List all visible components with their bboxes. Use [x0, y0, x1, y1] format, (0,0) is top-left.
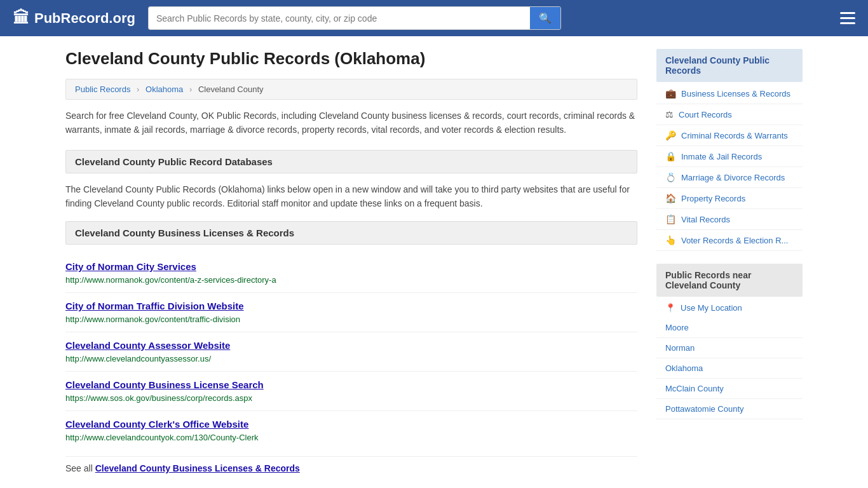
sidebar-record-label: Vital Records [681, 215, 730, 224]
sidebar-record-link[interactable]: 🔒 Inmate & Jail Records [656, 146, 803, 167]
sidebar-record-icon: 👆 [665, 235, 676, 245]
sidebar: Cleveland County Public Records 💼 Busine… [656, 49, 803, 480]
sidebar-record-label: Inmate & Jail Records [681, 152, 762, 161]
sidebar-nearby-list: MooreNormanOklahomaMcClain CountyPottawa… [656, 318, 803, 419]
see-all-label: See all [65, 463, 93, 473]
sidebar-record-link[interactable]: 💼 Business Licenses & Records [656, 83, 803, 104]
sidebar-record-label: Court Records [679, 110, 732, 119]
intro-text: Search for free Cleveland County, OK Pub… [65, 109, 637, 137]
record-title[interactable]: Cleveland County Clerk's Office Website [65, 419, 637, 430]
sidebar-record-icon: 🔒 [665, 151, 676, 161]
hamburger-menu-button[interactable] [840, 12, 855, 24]
breadcrumb-oklahoma[interactable]: Oklahoma [146, 85, 183, 94]
record-url: http://www.normanok.gov/content/a-z-serv… [65, 275, 276, 285]
record-url: http://www.clevelandcountyassessor.us/ [65, 354, 211, 363]
search-button[interactable]: 🔍 [530, 7, 560, 29]
sidebar-nearby-city[interactable]: Oklahoma [656, 358, 803, 379]
sidebar-record-link[interactable]: 📋 Vital Records [656, 209, 803, 230]
business-section-header: Cleveland County Business Licenses & Rec… [65, 221, 637, 245]
sidebar-record-icon: 💍 [665, 172, 676, 182]
sidebar-nearby-city[interactable]: Moore [656, 318, 803, 338]
sidebar-record-icon: 💼 [665, 88, 676, 98]
hamburger-line-3 [840, 22, 855, 24]
sidebar-records-section: Cleveland County Public Records 💼 Busine… [656, 49, 803, 251]
databases-header: Cleveland County Public Record Databases [65, 150, 637, 173]
search-icon: 🔍 [539, 13, 552, 24]
record-entry: Cleveland County Clerk's Office Website … [65, 411, 637, 450]
sidebar-record-links: 💼 Business Licenses & Records⚖ Court Rec… [656, 83, 803, 251]
sidebar-record-link[interactable]: ⚖ Court Records [656, 104, 803, 125]
sidebar-record-icon: 🏠 [665, 193, 676, 203]
search-bar: 🔍 [148, 6, 561, 30]
sidebar-nearby-city[interactable]: Pottawatomie County [656, 399, 803, 419]
records-list: City of Norman City Services http://www.… [65, 254, 637, 450]
hamburger-line-1 [840, 12, 855, 14]
site-header: 🏛 PubRecord.org 🔍 [0, 0, 868, 36]
sidebar-record-link[interactable]: 👆 Voter Records & Election R... [656, 230, 803, 251]
record-title[interactable]: City of Norman Traffic Division Website [65, 301, 637, 311]
breadcrumb-public-records[interactable]: Public Records [75, 85, 130, 94]
hamburger-line-2 [840, 17, 855, 19]
sidebar-record-label: Voter Records & Election R... [681, 236, 788, 245]
breadcrumb-cleveland-county: Cleveland County [198, 85, 264, 94]
sidebar-record-link[interactable]: 🔑 Criminal Records & Warrants [656, 125, 803, 146]
record-url: https://www.sos.ok.gov/business/corp/rec… [65, 393, 252, 403]
breadcrumb-sep-1: › [137, 85, 139, 94]
record-title[interactable]: Cleveland County Business License Search [65, 379, 637, 390]
see-all-link[interactable]: Cleveland County Business Licenses & Rec… [95, 463, 300, 473]
breadcrumb: Public Records › Oklahoma › Cleveland Co… [65, 79, 637, 100]
logo-icon: 🏛 [13, 8, 29, 28]
sidebar-record-link[interactable]: 🏠 Property Records [656, 188, 803, 209]
sidebar-record-link[interactable]: 💍 Marriage & Divorce Records [656, 167, 803, 188]
record-url: http://www.clevelandcountyok.com/130/Cou… [65, 433, 258, 442]
record-entry: City of Norman City Services http://www.… [65, 254, 637, 293]
location-icon: 📍 [665, 303, 675, 313]
sidebar-record-label: Business Licenses & Records [681, 89, 790, 98]
sidebar-nearby-city[interactable]: McClain County [656, 379, 803, 399]
sidebar-record-label: Marriage & Divorce Records [681, 173, 785, 182]
record-entry: Cleveland County Business License Search… [65, 372, 637, 411]
sidebar-nearby-section: Public Records near Cleveland County 📍 U… [656, 264, 803, 419]
sidebar-record-label: Criminal Records & Warrants [681, 131, 788, 140]
breadcrumb-sep-2: › [189, 85, 192, 94]
sidebar-nearby-city[interactable]: Norman [656, 338, 803, 358]
record-entry: Cleveland County Assessor Website http:/… [65, 332, 637, 372]
use-location-label: Use My Location [681, 303, 742, 313]
logo-text: PubRecord.org [34, 10, 135, 27]
sidebar-record-icon: 📋 [665, 214, 676, 224]
sidebar-record-label: Property Records [681, 194, 745, 203]
search-input[interactable] [149, 7, 530, 29]
page-title: Cleveland County Public Records (Oklahom… [65, 49, 637, 69]
record-url: http://www.normanok.gov/content/traffic-… [65, 315, 240, 324]
databases-desc: The Cleveland County Public Records (Okl… [65, 182, 637, 211]
record-entry: City of Norman Traffic Division Website … [65, 293, 637, 332]
record-title[interactable]: Cleveland County Assessor Website [65, 340, 637, 351]
see-all-section: See all Cleveland County Business Licens… [65, 456, 637, 480]
use-location-button[interactable]: 📍 Use My Location [656, 298, 803, 318]
sidebar-records-header: Cleveland County Public Records [656, 49, 803, 82]
record-title[interactable]: City of Norman City Services [65, 261, 637, 272]
sidebar-nearby-header: Public Records near Cleveland County [656, 264, 803, 297]
main-content: Cleveland County Public Records (Oklahom… [65, 49, 637, 480]
page-container: Cleveland County Public Records (Oklahom… [53, 36, 815, 488]
sidebar-record-icon: ⚖ [665, 109, 674, 119]
site-logo[interactable]: 🏛 PubRecord.org [13, 8, 135, 28]
sidebar-record-icon: 🔑 [665, 130, 676, 140]
